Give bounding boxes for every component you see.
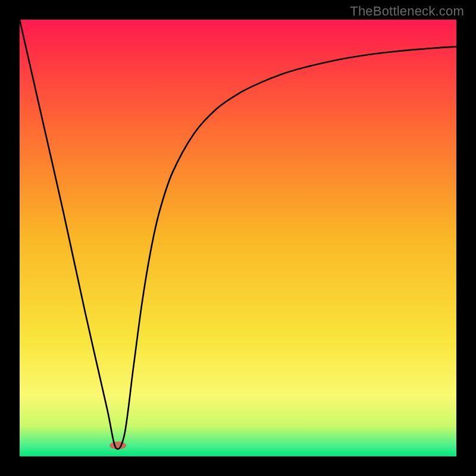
plot-background <box>20 20 456 456</box>
plot-svg <box>20 20 456 456</box>
chart-frame: TheBottleneck.com <box>0 0 476 476</box>
notch-marker <box>109 441 126 449</box>
watermark-text: TheBottleneck.com <box>350 4 464 19</box>
plot-area <box>20 20 456 456</box>
